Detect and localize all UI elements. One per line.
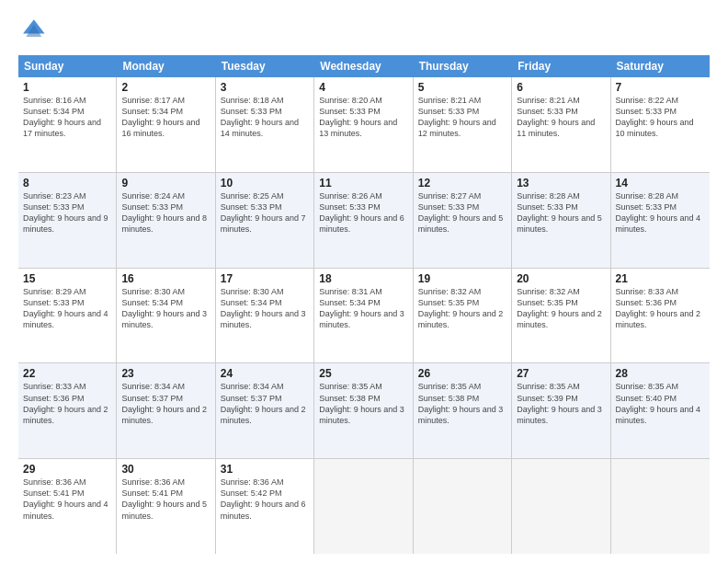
day-info: Sunrise: 8:36 AMSunset: 5:41 PMDaylight:… [121, 477, 210, 522]
day-cell-28: 28Sunrise: 8:35 AMSunset: 5:40 PMDayligh… [611, 363, 710, 458]
day-number: 15 [23, 272, 111, 285]
day-cell-25: 25Sunrise: 8:35 AMSunset: 5:38 PMDayligh… [314, 363, 413, 458]
day-number: 22 [23, 367, 111, 380]
day-cell-19: 19Sunrise: 8:32 AMSunset: 5:35 PMDayligh… [414, 269, 512, 363]
day-number: 2 [121, 81, 210, 94]
header-day-monday: Monday [117, 55, 215, 77]
day-cell-22: 22Sunrise: 8:33 AMSunset: 5:36 PMDayligh… [18, 363, 117, 458]
day-number: 5 [418, 81, 506, 94]
day-number: 20 [517, 272, 605, 285]
calendar-row-2: 15Sunrise: 8:29 AMSunset: 5:33 PMDayligh… [18, 269, 710, 364]
day-number: 21 [616, 272, 705, 285]
day-number: 29 [23, 463, 111, 476]
day-cell-4: 4Sunrise: 8:20 AMSunset: 5:33 PMDaylight… [314, 77, 413, 172]
day-info: Sunrise: 8:35 AMSunset: 5:38 PMDaylight:… [418, 381, 506, 426]
header-day-sunday: Sunday [18, 55, 117, 77]
day-number: 1 [23, 81, 111, 94]
logo [18, 17, 51, 46]
day-cell-29: 29Sunrise: 8:36 AMSunset: 5:41 PMDayligh… [18, 459, 117, 554]
header-day-wednesday: Wednesday [314, 55, 413, 77]
day-cell-5: 5Sunrise: 8:21 AMSunset: 5:33 PMDaylight… [414, 77, 512, 172]
day-cell-27: 27Sunrise: 8:35 AMSunset: 5:39 PMDayligh… [512, 363, 610, 458]
page: SundayMondayTuesdayWednesdayThursdayFrid… [0, 0, 728, 563]
day-cell-17: 17Sunrise: 8:30 AMSunset: 5:34 PMDayligh… [216, 269, 314, 363]
day-info: Sunrise: 8:28 AMSunset: 5:33 PMDaylight:… [616, 190, 705, 236]
empty-cell [611, 459, 710, 554]
header [18, 17, 710, 46]
day-number: 13 [517, 177, 605, 190]
calendar: SundayMondayTuesdayWednesdayThursdayFrid… [18, 55, 710, 554]
day-number: 11 [319, 177, 407, 190]
day-info: Sunrise: 8:27 AMSunset: 5:33 PMDaylight:… [418, 190, 506, 236]
empty-cell [512, 459, 610, 554]
day-cell-23: 23Sunrise: 8:34 AMSunset: 5:37 PMDayligh… [117, 363, 215, 458]
day-cell-16: 16Sunrise: 8:30 AMSunset: 5:34 PMDayligh… [117, 269, 215, 363]
day-number: 31 [221, 463, 309, 476]
calendar-row-4: 29Sunrise: 8:36 AMSunset: 5:41 PMDayligh… [18, 459, 710, 554]
day-number: 28 [616, 367, 705, 380]
calendar-body: 1Sunrise: 8:16 AMSunset: 5:34 PMDaylight… [18, 77, 710, 554]
day-info: Sunrise: 8:36 AMSunset: 5:41 PMDaylight:… [23, 477, 111, 522]
day-info: Sunrise: 8:28 AMSunset: 5:33 PMDaylight:… [517, 190, 605, 236]
day-cell-20: 20Sunrise: 8:32 AMSunset: 5:35 PMDayligh… [512, 269, 610, 363]
day-info: Sunrise: 8:17 AMSunset: 5:34 PMDaylight:… [121, 95, 210, 140]
day-cell-11: 11Sunrise: 8:26 AMSunset: 5:33 PMDayligh… [314, 173, 413, 268]
day-cell-24: 24Sunrise: 8:34 AMSunset: 5:37 PMDayligh… [216, 363, 314, 458]
day-info: Sunrise: 8:20 AMSunset: 5:33 PMDaylight:… [319, 95, 407, 140]
day-number: 23 [121, 367, 210, 380]
day-info: Sunrise: 8:32 AMSunset: 5:35 PMDaylight:… [418, 286, 506, 331]
day-info: Sunrise: 8:31 AMSunset: 5:34 PMDaylight:… [319, 286, 407, 331]
day-cell-18: 18Sunrise: 8:31 AMSunset: 5:34 PMDayligh… [314, 269, 413, 363]
day-info: Sunrise: 8:35 AMSunset: 5:40 PMDaylight:… [616, 381, 705, 426]
day-number: 24 [221, 367, 309, 380]
day-cell-14: 14Sunrise: 8:28 AMSunset: 5:33 PMDayligh… [611, 173, 710, 268]
day-number: 18 [319, 272, 407, 285]
day-info: Sunrise: 8:26 AMSunset: 5:33 PMDaylight:… [319, 190, 407, 236]
day-info: Sunrise: 8:30 AMSunset: 5:34 PMDaylight:… [121, 286, 210, 331]
day-number: 12 [418, 177, 506, 190]
day-cell-31: 31Sunrise: 8:36 AMSunset: 5:42 PMDayligh… [216, 459, 314, 554]
day-info: Sunrise: 8:32 AMSunset: 5:35 PMDaylight:… [517, 286, 605, 331]
day-number: 14 [616, 177, 705, 190]
day-number: 25 [319, 367, 407, 380]
day-cell-30: 30Sunrise: 8:36 AMSunset: 5:41 PMDayligh… [117, 459, 215, 554]
day-cell-21: 21Sunrise: 8:33 AMSunset: 5:36 PMDayligh… [611, 269, 710, 363]
day-number: 19 [418, 272, 506, 285]
day-info: Sunrise: 8:25 AMSunset: 5:33 PMDaylight:… [221, 190, 309, 236]
empty-cell [314, 459, 413, 554]
day-info: Sunrise: 8:23 AMSunset: 5:33 PMDaylight:… [23, 190, 111, 236]
day-info: Sunrise: 8:35 AMSunset: 5:38 PMDaylight:… [319, 381, 407, 426]
day-info: Sunrise: 8:21 AMSunset: 5:33 PMDaylight:… [418, 95, 506, 140]
header-day-saturday: Saturday [611, 55, 710, 77]
header-day-friday: Friday [512, 55, 610, 77]
day-number: 3 [221, 81, 309, 94]
day-number: 26 [418, 367, 506, 380]
day-number: 9 [121, 177, 210, 190]
day-number: 16 [121, 272, 210, 285]
day-cell-26: 26Sunrise: 8:35 AMSunset: 5:38 PMDayligh… [414, 363, 512, 458]
day-info: Sunrise: 8:35 AMSunset: 5:39 PMDaylight:… [517, 381, 605, 426]
calendar-row-3: 22Sunrise: 8:33 AMSunset: 5:36 PMDayligh… [18, 363, 710, 459]
day-info: Sunrise: 8:36 AMSunset: 5:42 PMDaylight:… [221, 477, 309, 522]
calendar-row-0: 1Sunrise: 8:16 AMSunset: 5:34 PMDaylight… [18, 77, 710, 173]
day-number: 7 [616, 81, 705, 94]
day-info: Sunrise: 8:34 AMSunset: 5:37 PMDaylight:… [121, 381, 210, 426]
day-number: 17 [221, 272, 309, 285]
logo-icon [18, 17, 48, 46]
day-number: 4 [319, 81, 407, 94]
day-cell-13: 13Sunrise: 8:28 AMSunset: 5:33 PMDayligh… [512, 173, 610, 268]
empty-cell [414, 459, 512, 554]
day-number: 27 [517, 367, 605, 380]
day-cell-7: 7Sunrise: 8:22 AMSunset: 5:33 PMDaylight… [611, 77, 710, 172]
day-number: 30 [121, 463, 210, 476]
day-info: Sunrise: 8:24 AMSunset: 5:33 PMDaylight:… [121, 190, 210, 236]
day-number: 8 [23, 177, 111, 190]
day-info: Sunrise: 8:30 AMSunset: 5:34 PMDaylight:… [221, 286, 309, 331]
day-info: Sunrise: 8:18 AMSunset: 5:33 PMDaylight:… [221, 95, 309, 140]
day-info: Sunrise: 8:22 AMSunset: 5:33 PMDaylight:… [616, 95, 705, 140]
day-cell-10: 10Sunrise: 8:25 AMSunset: 5:33 PMDayligh… [216, 173, 314, 268]
day-number: 10 [221, 177, 309, 190]
day-cell-8: 8Sunrise: 8:23 AMSunset: 5:33 PMDaylight… [18, 173, 117, 268]
day-info: Sunrise: 8:16 AMSunset: 5:34 PMDaylight:… [23, 95, 111, 140]
day-info: Sunrise: 8:33 AMSunset: 5:36 PMDaylight:… [23, 381, 111, 426]
